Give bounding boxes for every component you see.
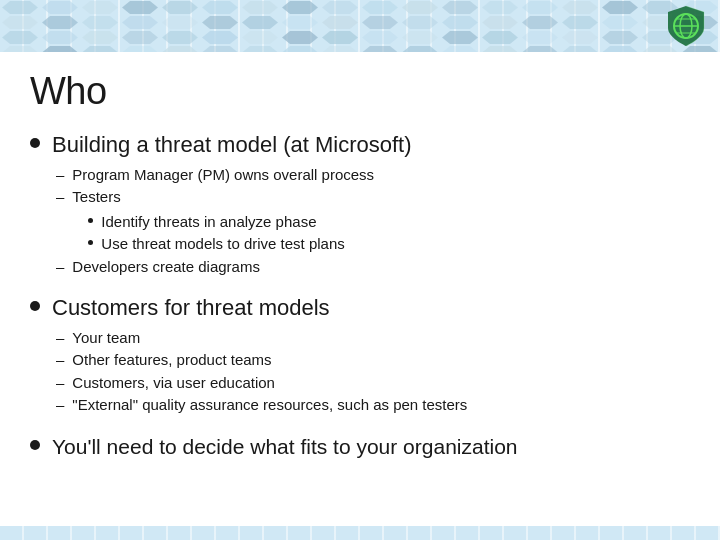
sub-item-1-1: – Program Manager (PM) owns overall proc… [56, 164, 412, 187]
dash-icon: – [56, 164, 64, 187]
sub-item-2-4: – "External" quality assurance resources… [56, 394, 467, 417]
page-title: Who [30, 70, 680, 113]
bottom-banner [0, 526, 720, 540]
top-banner [0, 0, 720, 52]
bullet-2-title: Customers for threat models [52, 294, 467, 323]
bullet-3-title: You'll need to decide what fits to your … [52, 433, 518, 460]
sub-item-1-2-text: Testers [72, 188, 120, 205]
sub-item-2-1: – Your team [56, 327, 467, 350]
sub-item-2-4-text: "External" quality assurance resources, … [72, 394, 467, 417]
main-bullet-list: Building a threat model (at Microsoft) –… [30, 131, 680, 460]
sub-item-2-2: – Other features, product teams [56, 349, 467, 372]
dash-icon: – [56, 186, 64, 209]
bullet-1-title: Building a threat model (at Microsoft) [52, 131, 412, 160]
sub-sub-item-1-2-1-text: Identify threats in analyze phase [101, 211, 316, 234]
sub-sub-item-1-2-2-text: Use threat models to drive test plans [101, 233, 344, 256]
sub-item-1-2-content: Testers Identify threats in analyze phas… [72, 186, 344, 256]
sub-item-2-3: – Customers, via user education [56, 372, 467, 395]
sub-sub-item-1-2-2: Use threat models to drive test plans [88, 233, 344, 256]
bullet-2-content: Customers for threat models – Your team … [52, 294, 467, 417]
small-bullet-icon [88, 240, 93, 245]
dash-icon: – [56, 394, 64, 417]
small-bullet-icon [88, 218, 93, 223]
diamond-pattern [0, 0, 720, 52]
dash-icon: – [56, 349, 64, 372]
main-list-item-3: You'll need to decide what fits to your … [30, 433, 680, 460]
sub-sub-item-1-2-1: Identify threats in analyze phase [88, 211, 344, 234]
dash-icon: – [56, 327, 64, 350]
microsoft-logo [664, 4, 708, 48]
sub-item-1-3: – Developers create diagrams [56, 256, 412, 279]
bullet-icon-1 [30, 138, 40, 148]
bullet-icon-3 [30, 440, 40, 450]
bullet-1-sublist: – Program Manager (PM) owns overall proc… [52, 164, 412, 279]
bullet-icon-2 [30, 301, 40, 311]
dash-icon: – [56, 256, 64, 279]
sub-item-2-2-text: Other features, product teams [72, 349, 271, 372]
bullet-1-content: Building a threat model (at Microsoft) –… [52, 131, 412, 278]
dash-icon: – [56, 372, 64, 395]
bullet-2-sublist: – Your team – Other features, product te… [52, 327, 467, 417]
main-content: Who Building a threat model (at Microsof… [0, 52, 720, 486]
main-list-item-2: Customers for threat models – Your team … [30, 294, 680, 417]
sub-item-1-2: – Testers Identify threats in analyze ph… [56, 186, 412, 256]
main-list-item-1: Building a threat model (at Microsoft) –… [30, 131, 680, 278]
sub-sub-list-1-2: Identify threats in analyze phase Use th… [88, 211, 344, 256]
sub-item-2-3-text: Customers, via user education [72, 372, 275, 395]
sub-item-1-3-text: Developers create diagrams [72, 256, 260, 279]
sub-item-2-1-text: Your team [72, 327, 140, 350]
sub-item-1-1-text: Program Manager (PM) owns overall proces… [72, 164, 374, 187]
